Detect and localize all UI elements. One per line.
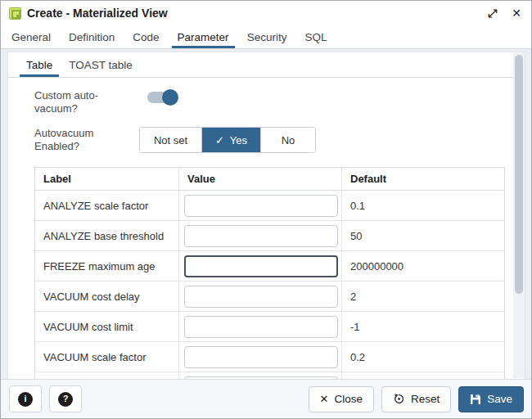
subtab-toast-table[interactable]: TOAST table xyxy=(61,52,141,77)
scrollbar-thumb[interactable] xyxy=(515,55,523,294)
column-header-default: Default xyxy=(342,168,506,190)
floppy-disk-icon xyxy=(470,394,481,405)
table-row: VACUUM scale factor 0.2 xyxy=(35,342,504,372)
param-value-input[interactable] xyxy=(184,286,338,308)
dialog-title: Create - Materialized View xyxy=(27,7,168,20)
footer-bar: i ? ✕ Close Reset xyxy=(1,379,531,418)
table-row: ANALYZE base threshold 50 xyxy=(35,221,504,251)
param-value-input[interactable] xyxy=(184,346,338,368)
param-label: VACUUM cost delay xyxy=(35,282,179,311)
parameters-table: Label Value Default ANALYZE scale factor… xyxy=(34,167,505,379)
check-icon: ✓ xyxy=(215,134,224,146)
param-value-cell xyxy=(179,282,342,311)
sql-help-button[interactable]: i xyxy=(9,385,42,412)
param-value-input[interactable] xyxy=(184,195,338,217)
custom-autovacuum-toggle[interactable] xyxy=(147,89,178,106)
param-default: -1 xyxy=(342,312,506,341)
dialog-help-button[interactable]: ? xyxy=(49,385,82,412)
parameter-panel: Table TOAST table Custom auto-vacuum? Au… xyxy=(7,52,525,379)
close-x-icon: ✕ xyxy=(320,393,329,405)
param-default: 0.2 xyxy=(342,342,506,372)
param-default: 0.1 xyxy=(342,191,506,220)
autovacuum-yes-button[interactable]: ✓Yes xyxy=(202,128,261,152)
param-value-cell xyxy=(179,372,342,379)
create-materialized-view-dialog: Create - Materialized View ⤢ ✕ General D… xyxy=(0,0,532,419)
dialog-body: Table TOAST table Custom auto-vacuum? Au… xyxy=(1,49,531,379)
param-label: VACUUM scale factor xyxy=(35,342,179,372)
param-value-cell xyxy=(179,342,342,372)
param-value-input-focused[interactable] xyxy=(184,255,338,277)
param-default: 50 xyxy=(342,372,506,379)
table-row: FREEZE maximum age 200000000 xyxy=(35,251,504,282)
param-label: ANALYZE base threshold xyxy=(35,221,179,250)
toggle-knob xyxy=(162,89,178,106)
param-label: FREEZE maximum age xyxy=(35,251,179,281)
param-label: VACUUM base threshold xyxy=(35,372,179,379)
close-button-label: Close xyxy=(334,393,363,405)
param-value-input[interactable] xyxy=(184,376,338,380)
save-button-label: Save xyxy=(487,393,512,405)
yes-label: Yes xyxy=(230,134,247,146)
tab-code[interactable]: Code xyxy=(124,25,168,48)
tab-sql[interactable]: SQL xyxy=(295,25,336,48)
autovacuum-enabled-group: Not set ✓Yes No xyxy=(139,127,316,153)
tab-parameter[interactable]: Parameter xyxy=(169,25,238,48)
reset-icon xyxy=(393,393,405,405)
autovacuum-enabled-label: Autovacuum Enabled? xyxy=(34,125,139,153)
param-value-cell xyxy=(179,191,342,220)
vertical-scrollbar[interactable] xyxy=(513,53,525,378)
table-header-row: Label Value Default xyxy=(35,168,504,191)
autovacuum-form: Custom auto-vacuum? Autovacuum Enabled? … xyxy=(8,78,525,153)
column-header-value: Value xyxy=(179,168,342,190)
param-label: ANALYZE scale factor xyxy=(35,191,179,220)
autovacuum-no-button[interactable]: No xyxy=(261,128,315,152)
param-default: 50 xyxy=(342,221,506,250)
param-default: 200000000 xyxy=(342,251,506,281)
table-row: VACUUM base threshold 50 xyxy=(35,372,504,379)
param-default: 2 xyxy=(342,282,506,311)
tab-general[interactable]: General xyxy=(2,25,60,48)
param-value-input[interactable] xyxy=(184,225,338,247)
param-value-cell xyxy=(179,221,342,250)
subtab-table[interactable]: Table xyxy=(18,52,61,77)
reset-button-label: Reset xyxy=(411,393,440,405)
custom-autovacuum-label: Custom auto-vacuum? xyxy=(34,88,139,115)
table-row: ANALYZE scale factor 0.1 xyxy=(35,191,504,221)
maximize-icon[interactable]: ⤢ xyxy=(488,7,497,19)
title-bar: Create - Materialized View ⤢ ✕ xyxy=(1,1,531,25)
table-row: VACUUM cost delay 2 xyxy=(35,282,504,312)
sub-tab-bar: Table TOAST table xyxy=(8,52,525,78)
close-icon[interactable]: ✕ xyxy=(512,7,521,19)
info-icon: i xyxy=(18,392,33,407)
param-value-cell xyxy=(179,312,342,341)
question-icon: ? xyxy=(58,392,73,407)
param-value-cell xyxy=(179,251,342,281)
reset-button[interactable]: Reset xyxy=(381,386,451,412)
table-row: VACUUM cost limit -1 xyxy=(35,312,504,342)
tab-security[interactable]: Security xyxy=(238,25,296,48)
tab-definition[interactable]: Definition xyxy=(60,25,124,48)
save-button[interactable]: Save xyxy=(458,386,524,412)
close-button[interactable]: ✕ Close xyxy=(309,386,374,412)
param-value-input[interactable] xyxy=(184,316,338,338)
main-tab-bar: General Definition Code Parameter Securi… xyxy=(1,25,531,49)
autovacuum-not-set-button[interactable]: Not set xyxy=(140,128,202,152)
param-label: VACUUM cost limit xyxy=(35,312,179,341)
column-header-label: Label xyxy=(35,168,179,190)
materialized-view-icon xyxy=(9,7,21,20)
